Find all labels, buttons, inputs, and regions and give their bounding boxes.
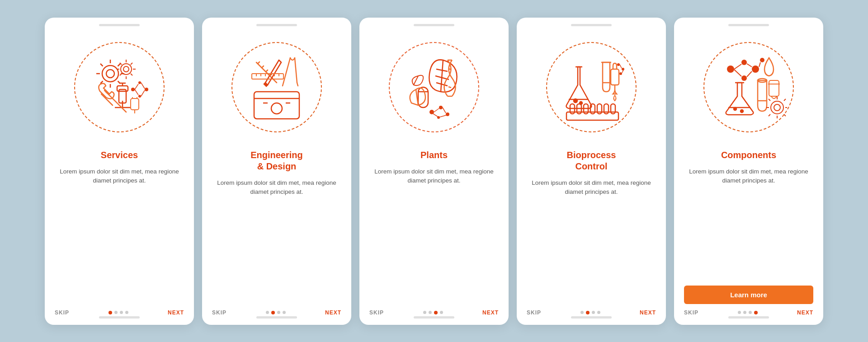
skip-button-bioprocess[interactable]: SKIP [527,309,541,316]
svg-line-58 [448,87,451,88]
svg-line-67 [434,108,439,112]
svg-line-68 [443,108,446,113]
svg-line-43 [297,83,298,86]
svg-point-104 [741,110,743,112]
svg-marker-39 [264,83,268,86]
learn-more-button[interactable]: Learn more [684,286,813,304]
svg-point-2 [121,64,132,75]
bottom-decoration [571,316,612,319]
bioprocess-title: Bioprocess Control [567,150,616,172]
next-button-engineering[interactable]: NEXT [325,309,341,316]
card-illustration-bioprocess [527,28,656,146]
bottom-decoration [728,316,769,319]
svg-line-18 [135,89,138,95]
svg-line-33 [266,70,268,72]
svg-point-64 [439,106,443,109]
card-illustration-engineering [212,28,341,146]
next-button-components[interactable]: NEXT [797,309,813,316]
svg-line-20 [141,90,145,96]
bottom-decoration [256,316,297,319]
svg-point-13 [131,88,135,91]
svg-point-103 [734,108,736,110]
skip-button-services[interactable]: SKIP [55,309,69,316]
dot-1 [266,311,269,314]
nav-row-components: SKIP NEXT [684,309,813,316]
svg-point-86 [617,63,620,66]
svg-point-65 [446,112,449,116]
svg-point-93 [741,75,747,81]
svg-line-17 [135,84,138,89]
components-icon-area [703,42,794,132]
pagination-dots-bioprocess [580,311,600,314]
dot-3 [277,311,280,314]
card-illustration-components [684,28,813,146]
nav-row-engineering: SKIP NEXT [212,309,341,316]
svg-line-89 [620,65,622,68]
dot-1 [423,311,426,314]
nav-row-plants: SKIP NEXT [369,309,499,316]
dot-1 [580,311,584,314]
card-footer-engineering: SKIP NEXT [212,300,341,316]
dot-3 [120,311,123,314]
svg-point-73 [574,99,577,103]
services-title: Services [101,150,138,161]
dot-2 [114,311,118,314]
dot-2 [271,311,275,314]
svg-line-40 [283,58,290,83]
svg-line-10 [101,94,113,105]
dot-4 [754,311,758,314]
dot-1 [108,311,112,314]
card-engineering: Engineering & Design Lorem ipsum dolor s… [202,18,351,325]
bioprocess-icon-area [546,42,637,132]
card-content-plants: Plants Lorem ipsum dolor sit dim met, me… [369,146,499,300]
card-illustration-services [55,28,184,146]
next-button-services[interactable]: NEXT [168,309,184,316]
dot-4 [283,311,286,314]
svg-point-0 [102,66,118,82]
svg-line-69 [440,115,446,117]
dot-3 [434,311,438,314]
dot-4 [597,311,600,314]
services-icon-area [74,42,165,132]
svg-point-108 [774,104,780,111]
dot-2 [429,311,432,314]
svg-line-96 [734,64,741,69]
svg-point-88 [619,72,622,75]
card-content-services: Services Lorem ipsum dolor sit dim met, … [55,146,184,300]
svg-point-94 [752,66,759,73]
svg-point-92 [741,60,747,65]
bottom-decoration [414,316,454,319]
svg-line-32 [262,66,264,68]
svg-point-3 [123,66,129,72]
dot-4 [125,311,128,314]
card-illustration-plants [369,28,499,146]
svg-line-31 [258,62,259,64]
svg-rect-77 [611,69,619,85]
pagination-dots-engineering [266,311,286,314]
nav-row-services: SKIP NEXT [55,309,184,316]
next-button-plants[interactable]: NEXT [482,309,499,316]
svg-point-27 [271,103,282,114]
card-content-bioprocess: Bioprocess Control Lorem ipsum dolor sit… [527,146,656,300]
svg-point-16 [145,88,148,91]
dot-3 [749,311,752,314]
svg-rect-109 [769,80,779,96]
skip-button-engineering[interactable]: SKIP [212,309,226,316]
svg-line-98 [747,64,752,67]
svg-line-41 [295,58,297,83]
card-footer-services: SKIP NEXT [55,300,184,316]
pagination-dots-components [738,311,758,314]
card-content-components: Components Lorem ipsum dolor sit dim met… [684,146,813,281]
skip-button-components[interactable]: SKIP [684,309,698,316]
nav-row-bioprocess: SKIP NEXT [527,309,656,316]
top-decoration [99,24,140,26]
svg-line-42 [283,83,283,86]
svg-rect-21 [131,98,139,110]
skip-button-plants[interactable]: SKIP [369,309,384,316]
plants-title: Plants [420,150,448,161]
engineering-desc: Lorem ipsum dolor sit dim met, mea regio… [212,178,341,300]
card-services: Services Lorem ipsum dolor sit dim met, … [45,18,194,325]
next-button-bioprocess[interactable]: NEXT [640,309,656,316]
card-bioprocess: Bioprocess Control Lorem ipsum dolor sit… [517,18,666,325]
top-decoration [414,24,454,26]
